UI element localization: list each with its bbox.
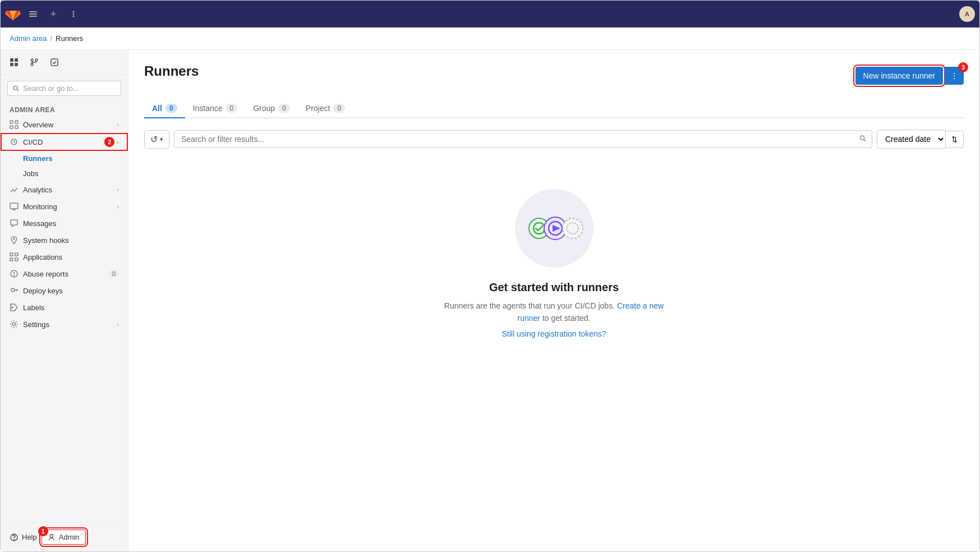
tab-project[interactable]: Project 0 (298, 99, 353, 118)
sidebar-item-abuse-reports[interactable]: Abuse reports 0 (1, 265, 128, 282)
page-title: Runners (144, 63, 199, 79)
sidebar-item-label-system-hooks: System hooks (23, 236, 69, 245)
svg-rect-8 (10, 63, 13, 66)
sidebar-item-jobs[interactable]: Jobs (1, 166, 128, 181)
sidebar-top-icon-panel[interactable] (5, 53, 23, 71)
sidebar-item-cicd[interactable]: CI/CD 2 › (1, 133, 128, 151)
sidebar-item-labels[interactable]: Labels (1, 299, 128, 316)
tabs-container: All 0 Instance 0 Group 0 Project 0 (144, 99, 964, 118)
sidebar-section-title: Admin area (1, 102, 128, 116)
svg-point-38 (563, 218, 583, 238)
tab-instance-count: 0 (226, 104, 238, 113)
help-label: Help (22, 533, 37, 541)
svg-point-27 (14, 275, 15, 276)
svg-rect-0 (29, 11, 37, 12)
breadcrumb-current: Runners (56, 34, 83, 43)
settings-chevron-icon: › (117, 321, 119, 328)
svg-rect-17 (10, 126, 13, 128)
chevron-right-icon: › (117, 121, 119, 128)
sidebar-top-icon-check[interactable] (45, 53, 63, 71)
top-bar-avatar[interactable]: A (959, 6, 975, 22)
svg-point-28 (11, 288, 15, 292)
filter-search-icon (859, 135, 867, 144)
admin-badge-number: 1 (38, 526, 48, 536)
svg-rect-23 (15, 253, 18, 256)
svg-point-29 (12, 307, 13, 308)
tab-all-count: 0 (165, 104, 177, 113)
gitlab-logo[interactable] (5, 6, 21, 22)
tab-group[interactable]: Group 0 (245, 99, 298, 118)
filter-reset-icon: ↺ (150, 134, 158, 145)
analytics-chevron-icon: › (117, 186, 119, 193)
svg-rect-22 (10, 253, 13, 256)
abuse-reports-badge: 0 (109, 270, 119, 278)
svg-rect-2 (29, 16, 37, 17)
help-button[interactable]: Help (10, 533, 37, 542)
cicd-badge: 2 (104, 137, 114, 147)
sidebar-top-icon-merge[interactable] (25, 53, 43, 71)
sidebar-item-system-hooks[interactable]: System hooks (1, 232, 128, 249)
sidebar-item-label-settings: Settings (23, 320, 49, 329)
sidebar-item-label-overview: Overview (23, 121, 53, 129)
filter-search-input[interactable] (174, 130, 872, 148)
sidebar-item-messages[interactable]: Messages (1, 215, 128, 232)
svg-rect-18 (15, 126, 18, 128)
sidebar-item-monitoring[interactable]: Monitoring › (1, 198, 128, 215)
sidebar-item-settings[interactable]: Settings › (1, 316, 128, 333)
svg-rect-1 (29, 13, 37, 15)
breadcrumb-parent[interactable]: Admin area (10, 34, 47, 43)
sidebar-item-analytics[interactable]: Analytics › (1, 181, 128, 198)
svg-point-5 (73, 16, 75, 17)
svg-rect-15 (10, 121, 13, 123)
svg-rect-24 (10, 258, 13, 261)
sort-direction-icon: ⇅ (951, 135, 958, 144)
svg-point-21 (13, 238, 15, 240)
filter-sort-direction-button[interactable]: ⇅ (946, 131, 964, 148)
monitoring-chevron-icon: › (117, 203, 119, 210)
tab-group-count: 0 (278, 104, 290, 113)
svg-rect-9 (15, 63, 18, 66)
svg-point-33 (861, 136, 864, 140)
svg-rect-6 (10, 58, 13, 62)
tab-all-label: All (152, 104, 162, 113)
search-placeholder: Search or go to... (23, 84, 79, 93)
sidebar-item-overview[interactable]: Overview › (1, 116, 128, 133)
tab-instance[interactable]: Instance 0 (185, 99, 246, 118)
tab-instance-label: Instance (193, 104, 223, 113)
svg-point-12 (35, 59, 38, 61)
new-instance-runner-button[interactable]: New instance runner (855, 67, 943, 85)
svg-point-11 (31, 63, 33, 66)
cicd-chevron-icon: › (117, 139, 119, 145)
filter-sort-select[interactable]: Created date (877, 130, 946, 149)
sidebar-toggle-icon[interactable] (25, 6, 41, 22)
svg-point-32 (14, 539, 15, 540)
sidebar-item-label-monitoring: Monitoring (23, 203, 57, 211)
filter-dropdown-icon: ▾ (160, 136, 163, 143)
svg-point-10 (31, 59, 33, 61)
new-item-icon[interactable]: + (45, 6, 61, 22)
svg-rect-16 (15, 121, 18, 123)
sidebar-item-applications[interactable]: Applications (1, 249, 128, 265)
top-bar-extra-icon[interactable] (66, 6, 81, 22)
svg-rect-13 (51, 59, 58, 66)
svg-rect-7 (15, 58, 18, 62)
filter-reset-button[interactable]: ↺ ▾ (144, 130, 169, 149)
search-box[interactable]: Search or go to... (7, 81, 121, 96)
sidebar-item-label-applications: Applications (23, 253, 62, 261)
tab-project-label: Project (306, 104, 330, 113)
sidebar-item-label-jobs: Jobs (23, 169, 38, 178)
tab-project-count: 0 (333, 104, 345, 113)
svg-rect-25 (15, 258, 18, 261)
tab-all[interactable]: All 0 (144, 99, 185, 118)
svg-rect-20 (10, 203, 18, 209)
sidebar-item-label-runners: Runners (23, 154, 53, 163)
svg-point-4 (73, 13, 75, 15)
sidebar-item-deploy-keys[interactable]: Deploy keys (1, 282, 128, 299)
breadcrumb-separator: / (50, 34, 52, 43)
svg-point-3 (73, 11, 75, 13)
sidebar-item-runners[interactable]: Runners (1, 151, 128, 166)
registration-tokens-link[interactable]: Still using registration tokens? (502, 329, 606, 338)
admin-label: Admin (59, 533, 80, 541)
sidebar-item-label-abuse-reports: Abuse reports (23, 270, 68, 278)
sidebar-item-label-analytics: Analytics (23, 186, 52, 194)
